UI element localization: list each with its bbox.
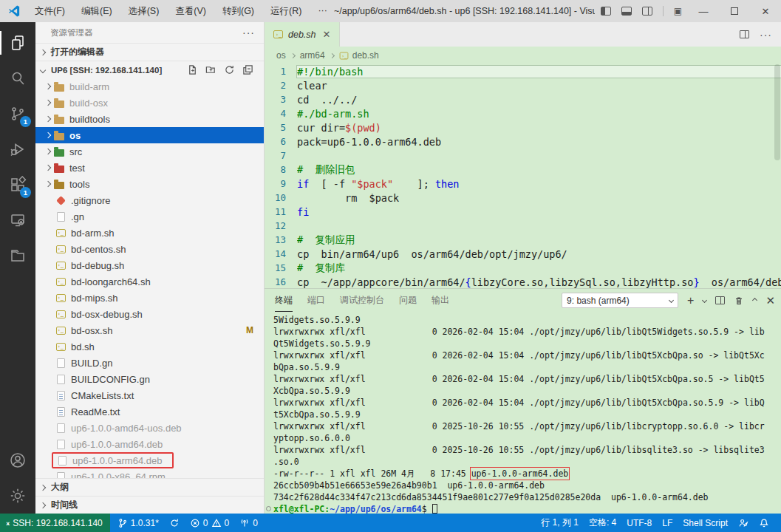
activity-explorer[interactable] <box>0 25 35 61</box>
tab-close-icon[interactable]: ✕ <box>321 29 332 40</box>
tree-item-.gitignore[interactable]: .gitignore <box>35 192 264 208</box>
code-editor[interactable]: 1#!/bin/bash2clear3cd ../../4#./bd-arm.s… <box>265 64 781 288</box>
explorer-more-actions-icon[interactable]: ··· <box>242 27 255 38</box>
menu-item[interactable]: 转到(G) <box>216 3 261 20</box>
menu-item[interactable]: 运行(R) <box>264 3 308 20</box>
panel-tab-端口[interactable]: 端口 <box>307 289 325 312</box>
close-button[interactable]: ✕ <box>750 0 781 22</box>
tree-item-bd-arm.sh[interactable]: ›_bd-arm.sh <box>35 225 264 241</box>
encoding[interactable]: UTF-8 <box>622 518 656 528</box>
tree-item-build-osx[interactable]: build-osx <box>35 95 264 111</box>
maximize-panel-icon[interactable] <box>752 298 757 303</box>
minimize-button[interactable]: — <box>688 0 719 22</box>
refresh-icon[interactable] <box>224 64 235 75</box>
breadcrumb-item-deb.sh[interactable]: ›_deb.sh <box>338 50 381 61</box>
tree-item-BUILDCONFIG.gn[interactable]: BUILDCONFIG.gn <box>35 371 264 387</box>
eol-sequence[interactable]: LF <box>658 518 677 528</box>
menu-item[interactable]: ··· <box>311 3 334 20</box>
split-editor-icon[interactable] <box>740 30 749 38</box>
outline-section[interactable]: 大纲 <box>35 478 264 496</box>
tree-item-bd.sh[interactable]: ›_bd.sh <box>35 338 264 355</box>
tree-item-up6-1.0.0-amd64-uos.deb[interactable]: up6-1.0.0-amd64-uos.deb <box>35 420 264 436</box>
terminal-selector[interactable]: 9: bash (arm64) <box>562 293 678 308</box>
new-terminal-icon[interactable]: + <box>687 295 694 307</box>
activity-remote-explorer[interactable] <box>0 202 35 238</box>
cursor-position[interactable]: 行 1, 列 1 <box>536 516 583 529</box>
tree-item-build-arm[interactable]: build-arm <box>35 78 264 95</box>
workspace-section[interactable]: UP6 [SSH: 192.168.141.140] <box>35 61 264 78</box>
breadcrumb-item-arm64[interactable]: arm64 <box>299 50 327 61</box>
menu-item[interactable]: 编辑(E) <box>75 3 119 20</box>
terminal-line: lrwxrwxrwx xfl/xfl 0 2026-02-04 15:04 ./… <box>273 349 781 361</box>
tree-item-bd-mips.sh[interactable]: ›_bd-mips.sh <box>35 290 264 306</box>
editor-scrollbar[interactable] <box>774 64 780 160</box>
activity-source-control[interactable]: 1 <box>0 96 35 132</box>
remote-indicator[interactable]: ›‹ SSH: 192.168.141.140 <box>0 514 110 532</box>
timeline-label: 时间线 <box>51 499 78 511</box>
chevron-right-icon <box>40 49 46 55</box>
menu-item[interactable]: 选择(S) <box>122 3 166 20</box>
panel-tab-终端[interactable]: 终端 <box>275 289 293 312</box>
tree-item-label: test <box>69 163 85 174</box>
new-file-icon[interactable] <box>187 64 198 75</box>
tree-item-label: tools <box>69 179 89 190</box>
activity-run-debug[interactable] <box>0 132 35 167</box>
tree-item-bd-osx-debug.sh[interactable]: ›_bd-osx-debug.sh <box>35 306 264 322</box>
tree-item-bd-centos.sh[interactable]: ›_bd-centos.sh <box>35 241 264 257</box>
tree-item-bd-osx.sh[interactable]: ›_bd-osx.shM <box>35 322 264 338</box>
notifications[interactable] <box>754 518 774 528</box>
activity-folder-view[interactable] <box>0 238 35 273</box>
tree-item-buildtools[interactable]: buildtools <box>35 111 264 127</box>
collapse-all-icon[interactable] <box>242 64 253 75</box>
tab-label: deb.sh <box>288 30 316 40</box>
tree-item-BUILD.gn[interactable]: BUILD.gn <box>35 355 264 371</box>
terminal-launch-chevron-icon[interactable] <box>702 298 707 303</box>
tree-item-.gn[interactable]: .gn <box>35 208 264 225</box>
tree-item-src[interactable]: src <box>35 143 264 160</box>
menu-item[interactable]: 查看(V) <box>168 3 213 20</box>
branch-indicator[interactable]: 1.0.31* <box>113 518 163 528</box>
tree-item-os[interactable]: os <box>35 127 264 143</box>
tree-item-up6-1.0.0-arm64.deb[interactable]: up6-1.0.0-arm64.deb <box>35 452 264 468</box>
terminal-output[interactable]: 5Widgets.so.5.9.9lrwxrwxrwx xfl/xfl 0 20… <box>265 312 781 514</box>
toggle-panel-icon[interactable] <box>621 7 632 16</box>
activity-extensions[interactable]: 1 <box>0 167 35 202</box>
activity-search[interactable] <box>0 61 35 96</box>
tree-item-up6-1.0.0-amd64.deb[interactable]: up6-1.0.0-amd64.deb <box>35 436 264 452</box>
activity-settings[interactable] <box>0 478 35 514</box>
tree-item-CMakeLists.txt[interactable]: CMakeLists.txt <box>35 387 264 403</box>
kill-terminal-icon[interactable] <box>734 296 744 306</box>
editor-more-actions-icon[interactable]: ··· <box>760 29 772 41</box>
tab-deb-sh[interactable]: ›_ deb.sh ✕ <box>265 22 340 47</box>
menu-item[interactable]: 文件(F) <box>28 3 72 20</box>
sync-indicator[interactable] <box>165 518 184 528</box>
toggle-sidebar-icon[interactable] <box>601 7 611 16</box>
problems-indicator[interactable]: 0 0 <box>185 518 233 528</box>
terminal-line: bQpa.so.5.9.9 <box>273 361 781 373</box>
activity-account[interactable] <box>0 443 35 478</box>
timeline-section[interactable]: 时间线 <box>35 496 264 514</box>
tree-item-bd-loongarch64.sh[interactable]: ›_bd-loongarch64.sh <box>35 273 264 290</box>
tree-item-up6-1.0.0-x86_64.rpm[interactable]: up6-1.0.0-x86_64.rpm <box>35 468 264 478</box>
open-editors-section[interactable]: 打开的编辑器 <box>35 43 264 61</box>
tree-item-ReadMe.txt[interactable]: ReadMe.txt <box>35 403 264 420</box>
panel-tab-输出[interactable]: 输出 <box>432 289 449 312</box>
panel-tab-调试控制台[interactable]: 调试控制台 <box>340 289 384 312</box>
tree-item-test[interactable]: test <box>35 160 264 176</box>
line-number: 13 <box>265 234 297 245</box>
customize-layout-icon[interactable]: ▣ <box>674 7 682 16</box>
feedback[interactable] <box>734 518 753 528</box>
maximize-button[interactable] <box>719 0 750 22</box>
split-terminal-icon[interactable] <box>715 296 725 304</box>
close-panel-icon[interactable]: ✕ <box>765 294 775 307</box>
indentation[interactable]: 空格: 4 <box>584 516 621 529</box>
file-icon <box>55 422 66 434</box>
breadcrumb-item-os[interactable]: os <box>275 50 287 61</box>
new-folder-icon[interactable] <box>205 64 216 75</box>
ports-indicator[interactable]: 0 <box>235 518 262 528</box>
tree-item-bd-debug.sh[interactable]: ›_bd-debug.sh <box>35 257 264 273</box>
language-mode[interactable]: Shell Script <box>678 518 732 528</box>
tree-item-tools[interactable]: tools <box>35 176 264 192</box>
panel-tab-问题[interactable]: 问题 <box>399 289 417 312</box>
toggle-secondary-sidebar-icon[interactable] <box>642 7 652 16</box>
